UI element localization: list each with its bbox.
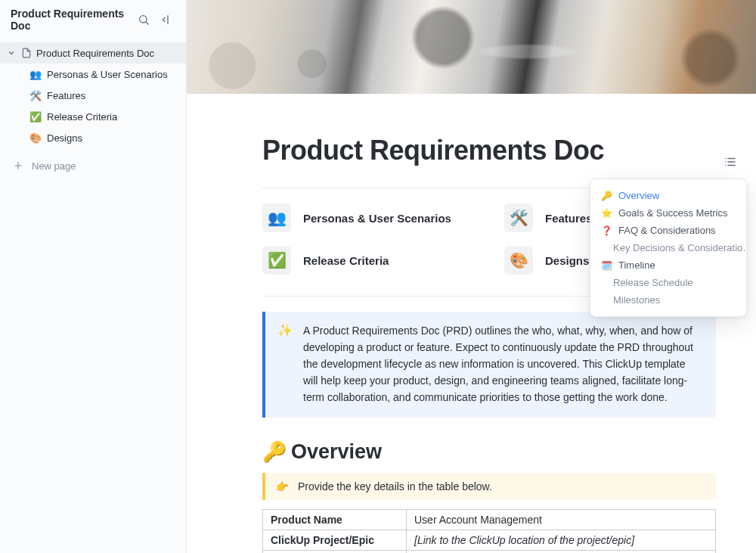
sparkles-icon: ✨ [277, 322, 293, 405]
toc-item-timeline[interactable]: 🗓️ Timeline [590, 256, 746, 274]
features-icon: 🛠️ [29, 90, 42, 101]
doc-scroll-area[interactable]: Product Requirements Doc 👥 Personas & Us… [187, 94, 756, 553]
question-icon: ❓ [601, 225, 612, 236]
toc-item-release-schedule[interactable]: Release Schedule [590, 274, 746, 291]
section-heading-overview: 🔑 Overview [262, 440, 716, 464]
link-tile-release-criteria[interactable]: ✅ Release Criteria [262, 246, 474, 275]
link-tile-label: Personas & User Scenarios [303, 212, 451, 225]
personas-icon: 👥 [262, 203, 291, 232]
features-icon: 🛠️ [504, 203, 533, 232]
toc-item-overview[interactable]: 🔑 Overview [590, 187, 746, 204]
hero-cover-image[interactable] [187, 0, 756, 94]
link-tile-label: Features [545, 212, 593, 225]
svg-line-1 [146, 22, 148, 24]
table-row: Team Channel [Link to the collaboration … [263, 551, 716, 554]
link-tile-label: Designs [545, 254, 589, 267]
new-page-label: New page [32, 160, 76, 172]
sidebar-header: Product Requirements Doc [0, 0, 186, 39]
check-icon: ✅ [29, 111, 42, 123]
overview-table: Product Name User Account Management Cli… [262, 509, 716, 553]
overview-key: Team Channel [263, 551, 407, 554]
table-row: ClickUp Project/Epic [Link to the ClickU… [263, 530, 716, 551]
sidebar-nav: Product Requirements Doc 👥 Personas & Us… [0, 39, 186, 154]
toc-item-key-decisions[interactable]: Key Decisions & Consideratio… [590, 239, 746, 256]
personas-icon: 👥 [29, 69, 42, 80]
toc-item-label: Release Schedule [613, 277, 693, 288]
link-tile-label: Release Criteria [303, 254, 389, 267]
search-icon[interactable] [135, 11, 153, 29]
sidebar-title: Product Requirements Doc [11, 8, 135, 32]
toc-toggle-button[interactable] [720, 151, 741, 172]
intro-callout-text: A Product Requirements Doc (PRD) outline… [303, 322, 699, 405]
overview-value[interactable]: [Link to the collaboration group chat/ch… [407, 551, 716, 554]
nav-item-label: Personas & User Scenarios [47, 69, 168, 80]
palette-icon: 🎨 [29, 132, 42, 144]
nav-item-personas[interactable]: 👥 Personas & User Scenarios [0, 64, 186, 85]
toc-item-label: Goals & Success Metrics [618, 207, 728, 219]
overview-hint-text: Provide the key details in the table bel… [298, 480, 492, 492]
document-body: Product Requirements Doc 👥 Personas & Us… [262, 94, 716, 553]
toc-item-faq[interactable]: ❓ FAQ & Considerations [590, 222, 746, 239]
section-heading-text: Overview [291, 440, 382, 464]
toc-item-goals[interactable]: ⭐ Goals & Success Metrics [590, 204, 746, 222]
overview-key: ClickUp Project/Epic [263, 530, 407, 551]
table-row: Product Name User Account Management [263, 510, 716, 530]
toc-item-milestones[interactable]: Milestones [590, 291, 746, 309]
nav-item-designs[interactable]: 🎨 Designs [0, 127, 186, 148]
toc-item-label: Overview [618, 190, 659, 201]
chevron-down-icon[interactable] [6, 48, 17, 58]
nav-item-label: Features [47, 90, 85, 101]
toc-item-label: Timeline [618, 259, 655, 271]
app-root: Product Requirements Doc Product Require… [0, 0, 756, 553]
palette-icon: 🎨 [504, 246, 533, 275]
nav-root-page[interactable]: Product Requirements Doc [0, 42, 186, 64]
overview-hint-callout: 👉 Provide the key details in the table b… [262, 473, 716, 500]
overview-key: Product Name [263, 510, 407, 530]
overview-value[interactable]: [Link to the ClickUp location of the pro… [407, 530, 716, 551]
collapse-sidebar-icon[interactable] [157, 11, 175, 29]
nav-item-release-criteria[interactable]: ✅ Release Criteria [0, 106, 186, 127]
toc-item-label: Key Decisions & Consideratio… [613, 242, 746, 253]
star-icon: ⭐ [601, 208, 612, 219]
check-icon: ✅ [262, 246, 291, 275]
page-icon [21, 48, 32, 58]
nav-item-label: Designs [47, 132, 82, 144]
calendar-icon: 🗓️ [601, 260, 612, 271]
toc-item-label: Milestones [613, 294, 660, 306]
link-tile-personas[interactable]: 👥 Personas & User Scenarios [262, 203, 474, 232]
key-icon: 🔑 [601, 191, 612, 201]
nav-item-label: Release Criteria [47, 111, 117, 123]
page-title: Product Requirements Doc [262, 135, 716, 166]
nav-item-features[interactable]: 🛠️ Features [0, 85, 186, 106]
toc-item-label: FAQ & Considerations [618, 225, 716, 236]
toc-popover: 🔑 Overview ⭐ Goals & Success Metrics ❓ F… [590, 179, 747, 317]
sidebar: Product Requirements Doc Product Require… [0, 0, 187, 553]
overview-value[interactable]: User Account Management [407, 510, 716, 530]
point-right-icon: 👉 [276, 480, 289, 492]
main-content: Product Requirements Doc 👥 Personas & Us… [187, 0, 756, 553]
nav-root-label: Product Requirements Doc [36, 48, 154, 59]
plus-icon [12, 160, 24, 172]
new-page-button[interactable]: New page [0, 154, 186, 177]
key-icon: 🔑 [262, 440, 287, 464]
intro-callout: ✨ A Product Requirements Doc (PRD) outli… [262, 312, 716, 418]
